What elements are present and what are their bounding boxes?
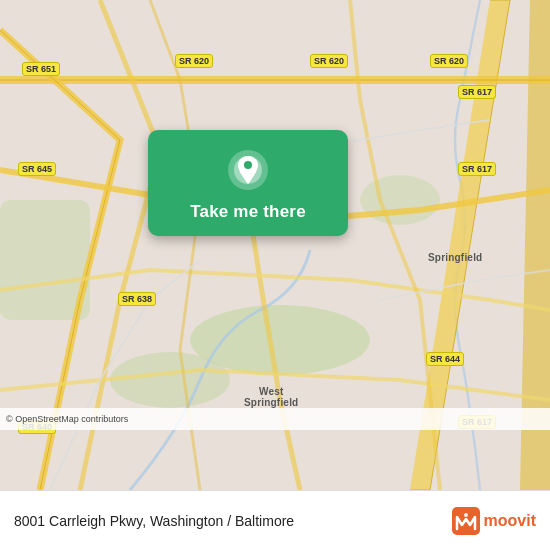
route-badge-sr638: SR 638 [118, 292, 156, 306]
route-badge-sr651: SR 651 [22, 62, 60, 76]
route-badge-sr620c: SR 620 [430, 54, 468, 68]
svg-point-2 [110, 352, 230, 408]
moovit-logo: moovit [452, 507, 536, 535]
route-badge-sr620b: SR 620 [310, 54, 348, 68]
city-label-springfield: Springfield [428, 252, 482, 263]
svg-point-4 [360, 175, 440, 225]
location-pin-icon [226, 148, 270, 192]
attribution-bar: © OpenStreetMap contributors [0, 408, 550, 430]
moovit-icon [452, 507, 480, 535]
svg-point-9 [464, 513, 468, 517]
route-badge-sr620a: SR 620 [175, 54, 213, 68]
city-label-west-springfield: WestSpringfield [244, 386, 298, 408]
route-badge-sr617a: SR 617 [458, 162, 496, 176]
location-card: Take me there [148, 130, 348, 236]
take-me-there-button[interactable]: Take me there [190, 202, 306, 222]
route-badge-sr645: SR 645 [18, 162, 56, 176]
address-text: 8001 Carrleigh Pkwy, Washington / Baltim… [14, 513, 294, 529]
moovit-label: moovit [484, 512, 536, 530]
map-container: SR 651 SR 620 SR 620 SR 620 SR 645 SR 61… [0, 0, 550, 490]
footer: 8001 Carrleigh Pkwy, Washington / Baltim… [0, 490, 550, 550]
route-badge-sr617c: SR 617 [458, 85, 496, 99]
attribution-text: © OpenStreetMap contributors [6, 414, 128, 424]
svg-point-7 [244, 161, 252, 169]
route-badge-sr644: SR 644 [426, 352, 464, 366]
